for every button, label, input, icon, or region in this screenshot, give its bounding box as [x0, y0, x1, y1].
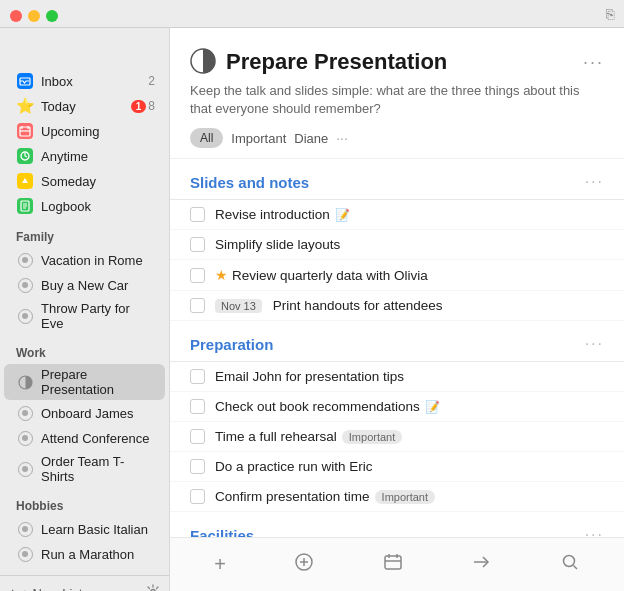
add-task-button[interactable]: +: [206, 549, 234, 580]
close-button[interactable]: [10, 10, 22, 22]
filter-important[interactable]: Important: [231, 131, 286, 146]
maximize-button[interactable]: [46, 10, 58, 22]
task-text: Check out book recommendations 📝: [215, 399, 604, 414]
sidebar-item-order-tshirts[interactable]: Order Team T-Shirts: [4, 451, 165, 487]
calendar-button[interactable]: [375, 548, 411, 581]
section-slides-menu[interactable]: ···: [585, 173, 604, 191]
task-print-handouts[interactable]: Nov 13 Print handouts for attendees: [170, 291, 624, 321]
order-label: Order Team T-Shirts: [41, 454, 155, 484]
note-icon: 📝: [335, 208, 350, 222]
section-preparation: Preparation ··· Email John for presentat…: [170, 321, 624, 512]
task-confirm-time[interactable]: Confirm presentation time Important: [170, 482, 624, 512]
logbook-icon: [16, 197, 34, 215]
forward-button[interactable]: [463, 548, 499, 581]
task-checkbox[interactable]: [190, 429, 205, 444]
sidebar-bottom: + + New List: [0, 575, 169, 591]
task-review-quarterly[interactable]: ★ Review quarterly data with Olivia: [170, 260, 624, 291]
today-label: Today: [41, 99, 131, 114]
filter-diane[interactable]: Diane: [294, 131, 328, 146]
task-text: Review quarterly data with Olivia: [232, 268, 604, 283]
group-hobbies: Hobbies: [0, 491, 169, 516]
sidebar-item-run-marathon[interactable]: Run a Marathon: [4, 542, 165, 566]
sidebar-item-onboard-james[interactable]: Onboard James: [4, 401, 165, 425]
sidebar-item-upcoming[interactable]: Upcoming: [4, 119, 165, 143]
sidebar-item-today[interactable]: ⭐ Today 1 8: [4, 94, 165, 118]
task-time-rehearsal[interactable]: Time a full rehearsal Important: [170, 422, 624, 452]
section-preparation-header: Preparation ···: [170, 321, 624, 362]
section-facilities-title: Facilities: [190, 527, 254, 537]
task-text: Time a full rehearsal Important: [215, 429, 604, 444]
task-practice-run[interactable]: Do a practice run with Eric: [170, 452, 624, 482]
task-text: Email John for presentation tips: [215, 369, 604, 384]
task-check-books[interactable]: Check out book recommendations 📝: [170, 392, 624, 422]
sidebar-item-vacation-rome[interactable]: Vacation in Rome: [4, 248, 165, 272]
page-title: Prepare Presentation: [226, 49, 583, 75]
task-checkbox[interactable]: [190, 459, 205, 474]
search-button[interactable]: [552, 548, 588, 581]
section-slides-header: Slides and notes ···: [170, 159, 624, 200]
section-slides-title: Slides and notes: [190, 174, 309, 191]
sidebar-item-prepare-presentation[interactable]: Prepare Presentation: [4, 364, 165, 400]
logbook-label: Logbook: [41, 199, 155, 214]
upcoming-icon: [16, 122, 34, 140]
task-checkbox[interactable]: [190, 237, 205, 252]
main-footer: +: [170, 537, 624, 591]
upcoming-label: Upcoming: [41, 124, 155, 139]
vacation-label: Vacation in Rome: [41, 253, 155, 268]
section-slides: Slides and notes ··· Revise introduction…: [170, 159, 624, 321]
title-menu-button[interactable]: ···: [583, 52, 604, 73]
section-preparation-title: Preparation: [190, 336, 273, 353]
section-preparation-menu[interactable]: ···: [585, 335, 604, 353]
settings-icon[interactable]: [145, 584, 161, 591]
date-badge: Nov 13: [215, 299, 262, 313]
filter-all[interactable]: All: [190, 128, 223, 148]
sidebar: Inbox 2 ⭐ Today 1 8 Upcoming: [0, 28, 170, 591]
today-icon: ⭐: [16, 97, 34, 115]
important-tag-2: Important: [375, 490, 435, 504]
sidebar-item-buy-car[interactable]: Buy a New Car: [4, 273, 165, 297]
sidebar-item-inbox[interactable]: Inbox 2: [4, 69, 165, 93]
svg-point-26: [563, 556, 574, 567]
new-list-button[interactable]: + + New List: [8, 585, 82, 592]
new-list-label: + New List: [21, 586, 82, 591]
task-revise-introduction[interactable]: Revise introduction 📝: [170, 200, 624, 230]
order-icon: [16, 460, 34, 478]
task-email-john[interactable]: Email John for presentation tips: [170, 362, 624, 392]
prepare-icon: [16, 373, 34, 391]
sidebar-item-learn-italian[interactable]: Learn Basic Italian: [4, 517, 165, 541]
task-checkbox[interactable]: [190, 268, 205, 283]
today-count: 8: [148, 99, 155, 113]
important-tag: Important: [342, 430, 402, 444]
filter-more-button[interactable]: ···: [336, 130, 348, 146]
titlebar: ⎘: [0, 0, 624, 28]
task-simplify-slides[interactable]: Simplify slide layouts: [170, 230, 624, 260]
sidebar-item-attend-conference[interactable]: Attend Conference: [4, 426, 165, 450]
sidebar-item-someday[interactable]: Someday: [4, 169, 165, 193]
sidebar-item-logbook[interactable]: Logbook: [4, 194, 165, 218]
vacation-icon: [16, 251, 34, 269]
title-row: Prepare Presentation ···: [190, 48, 604, 76]
task-checkbox[interactable]: [190, 399, 205, 414]
section-facilities-header: Facilities ···: [170, 512, 624, 537]
buy-car-label: Buy a New Car: [41, 278, 155, 293]
task-checkbox[interactable]: [190, 298, 205, 313]
section-facilities-menu[interactable]: ···: [585, 526, 604, 537]
task-checkbox[interactable]: [190, 489, 205, 504]
sidebar-item-anytime[interactable]: Anytime: [4, 144, 165, 168]
add-date-button[interactable]: [286, 548, 322, 581]
title-icon: [190, 48, 218, 76]
inbox-count: 2: [148, 74, 155, 88]
throw-party-label: Throw Party for Eve: [41, 301, 155, 331]
main-body: Slides and notes ··· Revise introduction…: [170, 159, 624, 537]
task-text: Revise introduction 📝: [215, 207, 604, 222]
onboard-label: Onboard James: [41, 406, 155, 421]
sidebar-item-throw-party[interactable]: Throw Party for Eve: [4, 298, 165, 334]
minimize-button[interactable]: [28, 10, 40, 22]
copy-icon[interactable]: ⎘: [606, 6, 614, 22]
task-checkbox[interactable]: [190, 207, 205, 222]
task-text: Simplify slide layouts: [215, 237, 604, 252]
someday-icon: [16, 172, 34, 190]
task-checkbox[interactable]: [190, 369, 205, 384]
attend-icon: [16, 429, 34, 447]
learn-icon: [16, 520, 34, 538]
